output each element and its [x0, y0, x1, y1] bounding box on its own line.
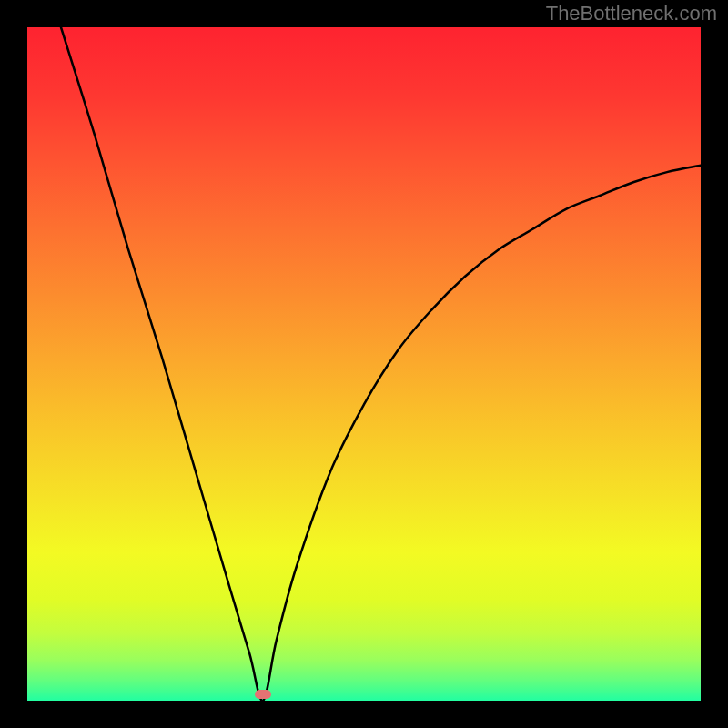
bottleneck-curve: [27, 27, 701, 701]
plot-area: [27, 27, 701, 701]
minimum-marker: [255, 690, 271, 699]
watermark-text: TheBottleneck.com: [546, 2, 717, 25]
chart-frame: TheBottleneck.com: [0, 0, 728, 728]
